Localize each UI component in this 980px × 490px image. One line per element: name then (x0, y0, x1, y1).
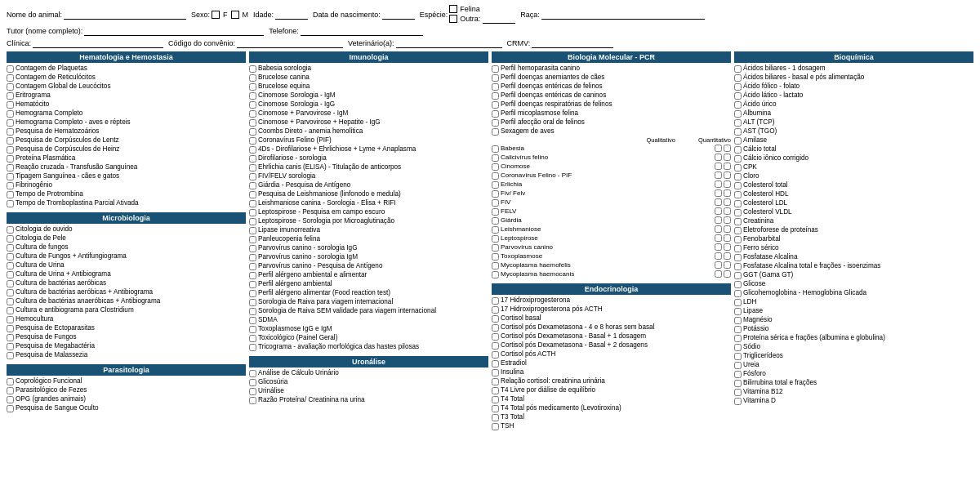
checkbox[interactable] (492, 101, 499, 109)
checkbox[interactable] (7, 396, 14, 403)
checkbox[interactable] (249, 146, 256, 154)
checkbox[interactable] (249, 290, 256, 297)
checkbox[interactable] (7, 146, 14, 154)
checkbox[interactable] (249, 388, 256, 395)
species-outra-input[interactable] (483, 14, 515, 24)
checkbox[interactable] (734, 200, 742, 207)
checkbox[interactable] (734, 344, 742, 351)
checkbox[interactable] (492, 253, 499, 261)
checkbox[interactable] (7, 316, 14, 323)
checkbox[interactable] (249, 326, 256, 333)
checkbox[interactable] (492, 199, 499, 207)
checkbox[interactable] (734, 290, 742, 297)
checkbox[interactable] (7, 137, 14, 145)
checkbox[interactable] (249, 101, 256, 109)
checkbox[interactable] (249, 164, 256, 172)
checkbox[interactable] (7, 92, 14, 100)
checkbox[interactable] (492, 297, 499, 305)
sex-m-box[interactable] (231, 11, 239, 19)
checkbox[interactable] (249, 110, 256, 118)
checkbox[interactable] (734, 335, 742, 342)
vet-input[interactable] (396, 38, 502, 48)
checkbox[interactable] (492, 74, 499, 82)
checkbox[interactable] (249, 128, 256, 136)
checkbox[interactable] (734, 227, 742, 234)
qualitative-checkbox[interactable] (715, 261, 722, 269)
checkbox[interactable] (492, 271, 499, 278)
crmv-input[interactable] (532, 38, 613, 48)
checkbox[interactable] (7, 271, 14, 278)
checkbox[interactable] (7, 325, 14, 332)
checkbox[interactable] (7, 110, 14, 118)
checkbox[interactable] (734, 371, 742, 378)
quantitative-checkbox[interactable] (724, 270, 731, 278)
checkbox[interactable] (7, 83, 14, 91)
checkbox[interactable] (492, 342, 499, 350)
checkbox[interactable] (7, 244, 14, 252)
checkbox[interactable] (7, 289, 14, 296)
checkbox[interactable] (734, 146, 742, 154)
checkbox[interactable] (734, 308, 742, 315)
checkbox[interactable] (7, 280, 14, 287)
sex-f-box[interactable] (212, 11, 220, 19)
checkbox[interactable] (7, 253, 14, 261)
checkbox[interactable] (7, 182, 14, 189)
checkbox[interactable] (734, 101, 742, 109)
checkbox[interactable] (249, 83, 256, 91)
checkbox[interactable] (7, 352, 14, 359)
checkbox[interactable] (492, 244, 499, 252)
checkbox[interactable] (734, 380, 742, 387)
quantitative-checkbox[interactable] (724, 172, 731, 179)
species-outra-box[interactable] (449, 15, 457, 23)
checkbox[interactable] (734, 74, 742, 82)
checkbox[interactable] (492, 92, 499, 100)
checkbox[interactable] (492, 306, 499, 314)
checkbox[interactable] (249, 209, 256, 216)
checkbox[interactable] (734, 173, 742, 180)
checkbox[interactable] (734, 299, 742, 306)
quantitative-checkbox[interactable] (724, 145, 731, 152)
checkbox[interactable] (249, 227, 256, 234)
checkbox[interactable] (492, 190, 499, 198)
checkbox[interactable] (734, 92, 742, 100)
quantitative-checkbox[interactable] (724, 225, 731, 233)
checkbox[interactable] (7, 235, 14, 243)
checkbox[interactable] (249, 119, 256, 127)
checkbox[interactable] (249, 370, 256, 377)
checkbox[interactable] (249, 397, 256, 404)
checkbox[interactable] (249, 245, 256, 252)
species-felina-box[interactable] (449, 5, 457, 13)
checkbox[interactable] (7, 298, 14, 305)
checkbox[interactable] (7, 164, 14, 172)
qualitative-checkbox[interactable] (715, 189, 722, 197)
dob-input[interactable] (382, 10, 415, 20)
checkbox[interactable] (492, 226, 499, 234)
checkbox[interactable] (7, 128, 14, 136)
checkbox[interactable] (492, 208, 499, 216)
checkbox[interactable] (492, 110, 499, 118)
quantitative-checkbox[interactable] (724, 189, 731, 197)
checkbox[interactable] (7, 173, 14, 180)
checkbox[interactable] (492, 181, 499, 189)
checkbox[interactable] (492, 172, 499, 180)
checkbox[interactable] (492, 423, 499, 430)
checkbox[interactable] (249, 236, 256, 243)
checkbox[interactable] (734, 128, 742, 136)
qualitative-checkbox[interactable] (715, 270, 722, 278)
checkbox[interactable] (7, 378, 14, 385)
qualitative-checkbox[interactable] (715, 234, 722, 242)
checkbox[interactable] (7, 343, 14, 350)
checkbox[interactable] (734, 389, 742, 396)
race-input[interactable] (541, 10, 705, 20)
checkbox[interactable] (734, 326, 742, 333)
checkbox[interactable] (492, 235, 499, 243)
checkbox[interactable] (492, 387, 499, 394)
checkbox[interactable] (492, 128, 499, 136)
checkbox[interactable] (249, 173, 256, 180)
checkbox[interactable] (7, 334, 14, 341)
checkbox[interactable] (492, 83, 499, 91)
checkbox[interactable] (7, 307, 14, 314)
checkbox[interactable] (7, 119, 14, 127)
checkbox[interactable] (492, 324, 499, 332)
animal-name-input[interactable] (64, 10, 186, 20)
